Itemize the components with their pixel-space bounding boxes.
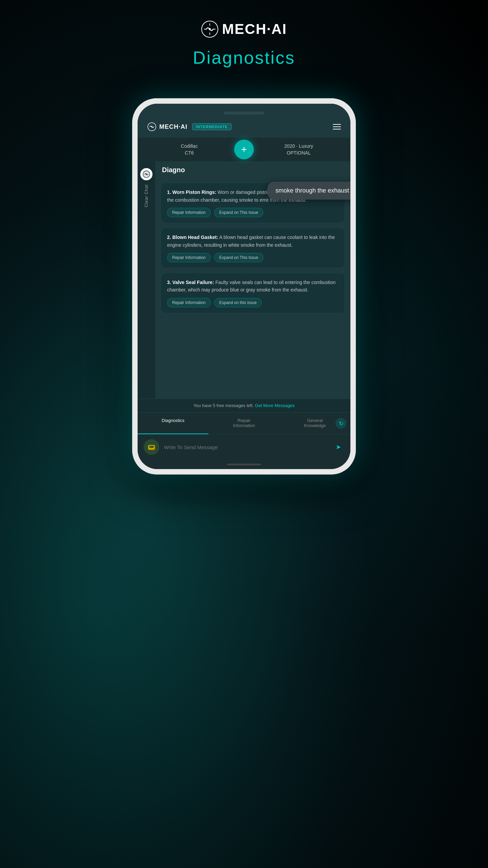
chat-content: Diagno smoke through the exhaust 1. Worn… [155, 161, 350, 399]
issue-2-text: 2. Blown Head Gasket: A blown head gaske… [167, 234, 339, 249]
svg-point-7 [151, 126, 152, 127]
vehicle-selector: Codillac CT6 + 2020 · Luxury OPTIONAL [138, 138, 350, 161]
speech-tooltip: smoke through the exhaust [267, 182, 350, 200]
issue-3-title: 3. Valve Seal Failure: [167, 280, 214, 285]
home-indicator [227, 464, 261, 465]
send-icon: ➤ [336, 443, 341, 451]
page-header: MECH·AI Diagnostics [0, 20, 488, 68]
issue-3-expand-btn[interactable]: Expand on this issue [214, 298, 262, 307]
app-header: MECH·AI INTERMEDIATE [138, 116, 350, 138]
chat-section: Clear Chat Diagno smoke through the exha… [138, 161, 350, 399]
issue-2-expand-btn[interactable]: Expand on This Issue [214, 253, 263, 262]
get-more-messages-link[interactable]: Get More Messages [255, 403, 294, 408]
vehicle-left-line1: Codillac [181, 143, 198, 149]
tab-general-label: GeneralKnowledge [304, 418, 326, 428]
phone-mockup: MECH·AI INTERMEDIATE Codillac CT6 + [132, 98, 356, 475]
issue-card-2: 2. Blown Head Gasket: A blown head gaske… [161, 228, 345, 268]
message-input[interactable] [164, 444, 327, 450]
ai-avatar-icon [143, 170, 150, 178]
app-logo: MECH·AI [201, 20, 287, 38]
send-button[interactable]: ➤ [332, 441, 344, 453]
speech-tooltip-text: smoke through the exhaust [276, 187, 349, 194]
refresh-button[interactable]: ↻ [336, 418, 346, 429]
notch-bar [224, 112, 264, 115]
vehicle-option-left[interactable]: Codillac CT6 [144, 138, 234, 161]
svg-point-9 [146, 174, 147, 175]
add-vehicle-button[interactable]: + [234, 140, 254, 159]
issue-1-actions: Repair Information Expand on This Issue [167, 208, 339, 217]
diagnostics-title-area: Diagno smoke through the exhaust [155, 161, 350, 179]
message-input-bar: ➤ [138, 434, 350, 460]
tab-diagnostics[interactable]: Diagnostics [138, 412, 208, 434]
svg-point-12 [150, 447, 150, 447]
app-logo-small: MECH·AI [147, 122, 187, 132]
vehicle-right-line1: 2020 · Luxury [284, 143, 313, 149]
tab-repair-label: RepairInformation [233, 418, 255, 428]
issue-3-text: 3. Valve Seal Failure: Faulty valve seal… [167, 279, 339, 294]
issue-3-repair-btn[interactable]: Repair Information [167, 298, 211, 307]
issue-2-title: 2. Blown Head Gasket: [167, 235, 218, 240]
vehicle-right-line2: OPTIONAL [287, 150, 311, 156]
clear-chat-sidebar: Clear Chat [138, 161, 155, 399]
app-header-left: MECH·AI INTERMEDIATE [147, 122, 231, 132]
badge-intermediate: INTERMEDIATE [192, 123, 231, 130]
issue-1-repair-btn[interactable]: Repair Information [167, 208, 211, 217]
clear-chat-label[interactable]: Clear Chat [144, 184, 149, 207]
obd-icon [144, 439, 159, 455]
logo-text: MECH·AI [222, 21, 287, 37]
phone-notch [138, 104, 350, 116]
messages-bar: You have 5 free messages left. Get More … [138, 399, 350, 412]
issue-2-actions: Repair Information Expand on This Issue [167, 253, 339, 262]
obd-icon-svg [147, 442, 156, 452]
page-title: Diagnostics [193, 47, 295, 68]
issue-1-title: 1. Worn Piston Rings: [167, 189, 216, 195]
vehicle-left-line2: CT6 [185, 150, 194, 156]
app-logo-text-small: MECH·AI [159, 123, 187, 130]
diagnostics-bar: Diagno [155, 161, 350, 179]
issue-card-3: 3. Valve Seal Failure: Faulty valve seal… [161, 273, 345, 313]
tab-diagnostics-label: Diagnostics [162, 418, 184, 423]
clear-chat-avatar [140, 168, 152, 180]
issue-3-actions: Repair Information Expand on this issue [167, 298, 339, 307]
phone-bottom [138, 460, 350, 469]
messages-count-text: You have 5 free messages left. [194, 403, 254, 408]
diagnostics-title: Diagno [162, 166, 185, 174]
issue-1-expand-btn[interactable]: Expand on This Issue [214, 208, 263, 217]
svg-point-1 [209, 28, 211, 30]
phone-inner: MECH·AI INTERMEDIATE Codillac CT6 + [138, 104, 350, 469]
vehicle-option-right[interactable]: 2020 · Luxury OPTIONAL [254, 138, 344, 161]
hamburger-icon[interactable] [333, 124, 341, 129]
tab-navigation: Diagnostics RepairInformation GeneralKno… [138, 412, 350, 434]
tab-repair-information[interactable]: RepairInformation [208, 412, 279, 434]
app-logo-icon-small [147, 122, 157, 132]
issue-2-repair-btn[interactable]: Repair Information [167, 253, 211, 262]
phone-outer: MECH·AI INTERMEDIATE Codillac CT6 + [132, 98, 356, 475]
logo-icon [201, 20, 219, 38]
